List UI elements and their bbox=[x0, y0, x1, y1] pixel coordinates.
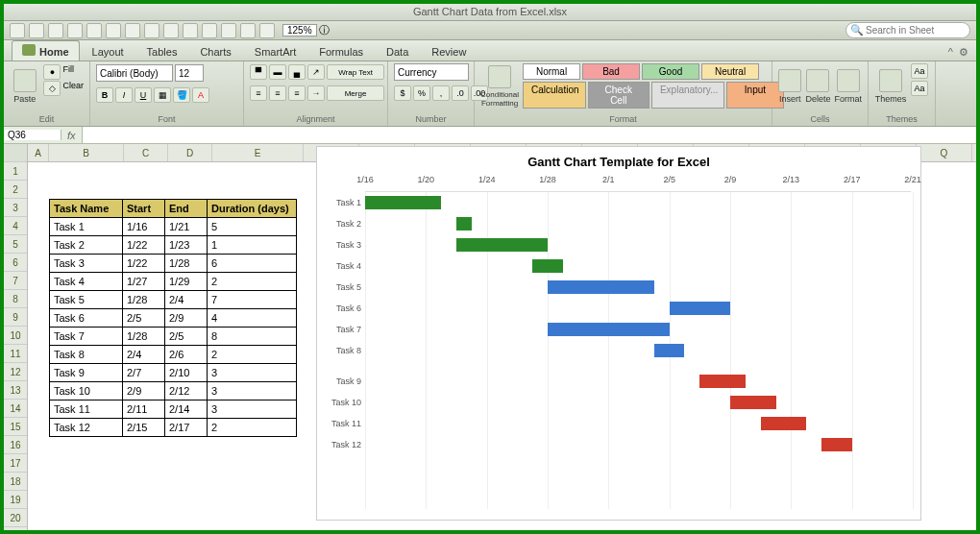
table-cell[interactable]: 8 bbox=[208, 328, 297, 346]
table-row[interactable]: Task 41/271/292 bbox=[50, 273, 297, 291]
table-cell[interactable]: 6 bbox=[208, 255, 297, 273]
th-end[interactable]: End bbox=[165, 200, 208, 218]
undo-icon[interactable] bbox=[48, 23, 63, 38]
table-cell[interactable]: Task 6 bbox=[50, 309, 123, 328]
align-top-button[interactable]: ▀ bbox=[250, 64, 267, 80]
tab-data[interactable]: Data bbox=[376, 42, 419, 61]
save-icon[interactable] bbox=[10, 23, 25, 38]
select-all-corner[interactable] bbox=[4, 144, 27, 162]
sum-icon[interactable] bbox=[183, 23, 198, 38]
font-name-input[interactable] bbox=[96, 64, 173, 82]
table-row[interactable]: Task 62/52/94 bbox=[50, 309, 297, 328]
table-cell[interactable]: Task 1 bbox=[50, 218, 123, 236]
print-icon[interactable] bbox=[29, 23, 44, 38]
style-good[interactable]: Good bbox=[642, 63, 699, 80]
table-cell[interactable]: 2/7 bbox=[123, 364, 165, 382]
fx-icon[interactable]: fx bbox=[61, 130, 82, 141]
table-row[interactable]: Task 122/152/172 bbox=[50, 419, 297, 437]
table-cell[interactable]: 4 bbox=[208, 309, 297, 328]
clear-button[interactable]: ◇ bbox=[43, 81, 61, 96]
sheet-body[interactable]: A B C D E F G H I J K L M N O P Q Task N… bbox=[28, 144, 976, 530]
tab-tables[interactable]: Tables bbox=[136, 42, 188, 61]
rowhdr-12[interactable]: 12 bbox=[4, 363, 27, 381]
cut-icon[interactable] bbox=[86, 23, 102, 38]
table-cell[interactable]: 1/23 bbox=[165, 236, 208, 255]
gantt-bar[interactable] bbox=[670, 302, 730, 315]
style-normal[interactable]: Normal bbox=[523, 63, 580, 80]
underline-button[interactable]: U bbox=[135, 87, 152, 103]
rowhdr-21[interactable]: 21 bbox=[4, 527, 27, 534]
align-middle-button[interactable]: ▬ bbox=[269, 64, 286, 80]
table-cell[interactable]: 5 bbox=[208, 218, 297, 236]
gantt-chart[interactable]: Gantt Chart Template for Excel 1/161/201… bbox=[316, 146, 921, 521]
wrap-text-button[interactable]: Wrap Text bbox=[327, 64, 384, 80]
rowhdr-4[interactable]: 4 bbox=[4, 217, 27, 235]
table-cell[interactable]: 2 bbox=[208, 346, 297, 364]
table-cell[interactable]: 2/10 bbox=[165, 364, 208, 382]
rowhdr-8[interactable]: 8 bbox=[4, 290, 27, 308]
redo-icon[interactable] bbox=[67, 23, 83, 38]
table-cell[interactable]: 2/15 bbox=[123, 419, 165, 437]
gantt-bar[interactable] bbox=[365, 196, 441, 209]
table-cell[interactable]: 1/21 bbox=[165, 218, 208, 236]
currency-button[interactable]: $ bbox=[394, 85, 411, 101]
table-row[interactable]: Task 21/221/231 bbox=[50, 236, 297, 255]
style-bad[interactable]: Bad bbox=[582, 63, 640, 80]
tab-review[interactable]: Review bbox=[421, 42, 477, 61]
gantt-bar[interactable] bbox=[456, 217, 472, 231]
rowhdr-18[interactable]: 18 bbox=[4, 473, 27, 491]
table-cell[interactable]: 2/9 bbox=[165, 309, 208, 328]
orientation-button[interactable]: ↗ bbox=[307, 64, 325, 80]
colhdr-q[interactable]: Q bbox=[917, 144, 972, 161]
rowhdr-14[interactable]: 14 bbox=[4, 400, 27, 418]
gantt-bar[interactable] bbox=[456, 238, 548, 252]
rowhdr-1[interactable]: 1 bbox=[4, 162, 27, 181]
colhdr-a[interactable]: A bbox=[28, 144, 49, 161]
table-cell[interactable]: Task 8 bbox=[50, 346, 123, 364]
rowhdr-5[interactable]: 5 bbox=[4, 235, 27, 254]
table-cell[interactable]: Task 9 bbox=[50, 364, 123, 382]
table-row[interactable]: Task 92/72/103 bbox=[50, 364, 297, 382]
table-cell[interactable]: 2 bbox=[208, 419, 297, 437]
table-cell[interactable]: 2/9 bbox=[123, 382, 165, 400]
comma-button[interactable]: , bbox=[432, 85, 450, 101]
style-check-cell[interactable]: Check Cell bbox=[588, 82, 649, 109]
table-cell[interactable]: 2/4 bbox=[165, 291, 208, 309]
table-cell[interactable]: Task 2 bbox=[50, 236, 123, 255]
table-cell[interactable]: 1 bbox=[208, 236, 297, 255]
gantt-bar[interactable] bbox=[699, 375, 746, 388]
table-cell[interactable]: Task 5 bbox=[50, 291, 123, 309]
table-cell[interactable]: 2/17 bbox=[165, 419, 208, 437]
gantt-bar[interactable] bbox=[761, 417, 807, 430]
insert-button[interactable]: Insert bbox=[778, 63, 801, 109]
rowhdr-16[interactable]: 16 bbox=[4, 436, 27, 454]
paste-icon[interactable] bbox=[125, 23, 140, 38]
table-cell[interactable]: 1/28 bbox=[123, 328, 165, 346]
align-left-button[interactable]: ≡ bbox=[250, 85, 267, 101]
th-task-name[interactable]: Task Name bbox=[50, 200, 123, 218]
table-cell[interactable]: 1/16 bbox=[123, 218, 165, 236]
indent-button[interactable]: → bbox=[307, 85, 325, 101]
percent-button[interactable]: % bbox=[413, 85, 430, 101]
th-start[interactable]: Start bbox=[123, 200, 165, 218]
rowhdr-11[interactable]: 11 bbox=[4, 345, 27, 363]
colhdr-b[interactable]: B bbox=[49, 144, 124, 161]
table-row[interactable]: Task 51/282/47 bbox=[50, 291, 297, 309]
table-cell[interactable]: Task 10 bbox=[50, 382, 123, 400]
table-cell[interactable]: 1/29 bbox=[165, 273, 208, 291]
paste-button[interactable]: Paste bbox=[10, 63, 39, 109]
font-color-button[interactable]: A bbox=[192, 87, 209, 103]
colhdr-e[interactable]: E bbox=[212, 144, 304, 161]
table-cell[interactable]: 2/11 bbox=[123, 400, 165, 419]
table-cell[interactable]: 1/28 bbox=[165, 255, 208, 273]
table-row[interactable]: Task 11/161/215 bbox=[50, 218, 297, 236]
increase-decimal-button[interactable]: .0 bbox=[452, 85, 469, 101]
rowhdr-6[interactable]: 6 bbox=[4, 254, 27, 272]
table-cell[interactable]: 1/22 bbox=[123, 255, 165, 273]
format-painter-icon[interactable] bbox=[144, 23, 159, 38]
bold-button[interactable]: B bbox=[96, 87, 113, 103]
theme-colors-button[interactable]: Aa bbox=[911, 63, 928, 79]
gantt-bar[interactable] bbox=[730, 396, 776, 409]
rowhdr-15[interactable]: 15 bbox=[4, 418, 27, 436]
table-row[interactable]: Task 71/282/58 bbox=[50, 328, 297, 346]
